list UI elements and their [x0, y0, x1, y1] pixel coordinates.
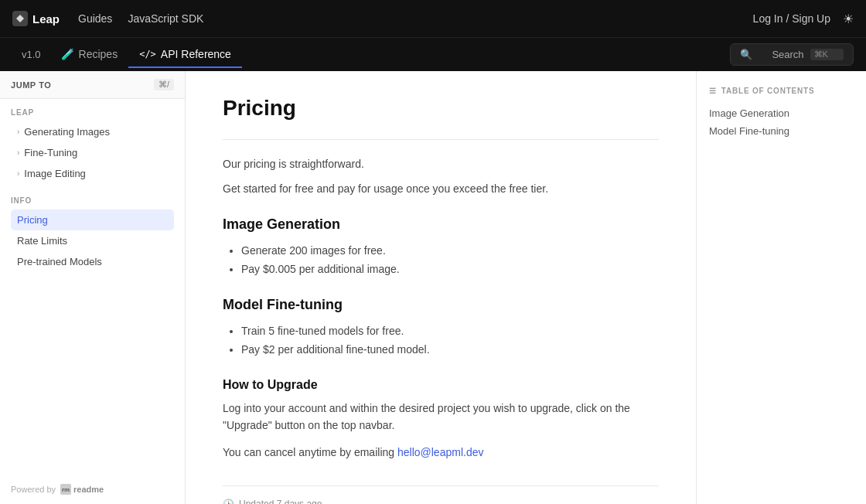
fine-tuning-bullet-2: Pay $2 per additional fine-tuned model. — [241, 341, 659, 359]
sidebar-item-pricing[interactable]: Pricing — [11, 209, 174, 230]
page-title: Pricing — [223, 96, 659, 121]
toc-item-model-fine-tuning[interactable]: Model Fine-tuning — [709, 122, 854, 140]
search-box[interactable]: 🔍 Search ⌘K — [730, 43, 854, 66]
main-content: Pricing Our pricing is straightforward. … — [186, 71, 696, 504]
chevron-icon: › — [17, 148, 19, 157]
intro-text-2: Get started for free and pay for usage o… — [223, 180, 659, 197]
toc-header-label: TABLE OF CONTENTS — [721, 87, 815, 95]
image-gen-bullet-2: Pay $0.005 per additional image. — [241, 261, 659, 279]
sidebar-item-label: Pricing — [17, 214, 48, 226]
js-sdk-link[interactable]: JavaScript SDK — [128, 12, 203, 25]
toc-list-icon: ☰ — [709, 87, 717, 95]
powered-by: Powered by rm readme — [0, 475, 185, 504]
upgrade-text: Log into your account and within the des… — [223, 400, 659, 434]
cancel-text-prefix: You can cancel anytime by emailing — [223, 446, 397, 458]
toc-item-image-generation[interactable]: Image Generation — [709, 104, 854, 122]
leap-logo-icon — [12, 11, 28, 26]
toc-panel: ☰ TABLE OF CONTENTS Image Generation Mod… — [696, 71, 866, 504]
top-nav-right: Log In / Sign Up ☀ — [753, 12, 854, 26]
clock-icon: 🕒 — [223, 499, 234, 504]
top-nav: Leap Guides JavaScript SDK Log In / Sign… — [0, 0, 866, 37]
recipes-icon: 🧪 — [61, 48, 74, 60]
api-reference-label: API Reference — [161, 48, 231, 60]
jump-to-kbd: ⌘/ — [154, 79, 174, 90]
readme-logo-icon: rm — [60, 484, 71, 495]
upgrade-heading: How to Upgrade — [223, 378, 659, 392]
toc-header: ☰ TABLE OF CONTENTS — [709, 87, 854, 95]
api-reference-tab[interactable]: </> API Reference — [128, 42, 242, 68]
sidebar: JUMP TO ⌘/ LEAP › Generating Images › Fi… — [0, 71, 186, 504]
sidebar-item-label: Generating Images — [24, 126, 110, 138]
fine-tuning-list: Train 5 fine-tuned models for free. Pay … — [241, 322, 659, 359]
sidebar-item-rate-limits[interactable]: Rate Limits — [11, 230, 174, 251]
sidebar-item-image-editing[interactable]: › Image Editing — [11, 163, 174, 184]
leap-section-label: LEAP — [11, 108, 174, 117]
cancel-text: You can cancel anytime by emailing hello… — [223, 444, 659, 461]
cancel-email-link[interactable]: hello@leapml.dev — [397, 446, 484, 458]
sidebar-item-generating-images[interactable]: › Generating Images — [11, 121, 174, 142]
sidebar-item-label: Fine-Tuning — [24, 147, 77, 158]
version-label: v1.0 — [12, 43, 50, 66]
jump-to-label: JUMP TO — [11, 80, 51, 90]
sub-nav: v1.0 🧪 Recipes </> API Reference 🔍 Searc… — [0, 37, 866, 71]
layout: JUMP TO ⌘/ LEAP › Generating Images › Fi… — [0, 71, 866, 504]
api-icon: </> — [139, 49, 156, 60]
search-icon: 🔍 — [740, 49, 765, 60]
auth-link[interactable]: Log In / Sign Up — [753, 12, 830, 25]
readme-logo: rm readme — [60, 484, 104, 495]
sidebar-item-label: Image Editing — [24, 168, 86, 179]
updated-row: 🕒 Updated 7 days ago — [223, 485, 659, 504]
intro-text-1: Our pricing is straightforward. — [223, 155, 659, 172]
image-gen-bullet-1: Generate 200 images for free. — [241, 242, 659, 261]
powered-by-label: Powered by — [11, 485, 56, 494]
divider — [223, 139, 659, 140]
search-kbd: ⌘K — [810, 49, 844, 60]
sidebar-section-leap: LEAP › Generating Images › Fine-Tuning ›… — [0, 99, 185, 187]
sidebar-section-info: INFO Pricing Rate Limits Pre-trained Mod… — [0, 187, 185, 275]
sidebar-item-fine-tuning[interactable]: › Fine-Tuning — [11, 142, 174, 163]
updated-text: Updated 7 days ago — [239, 499, 322, 504]
fine-tuning-heading: Model Fine-tuning — [223, 297, 659, 313]
logo-text: Leap — [32, 12, 60, 26]
svg-text:rm: rm — [62, 486, 70, 493]
sidebar-item-label: Rate Limits — [17, 235, 67, 247]
top-nav-links: Guides JavaScript SDK — [78, 12, 203, 25]
logo[interactable]: Leap — [12, 11, 60, 26]
readme-label: readme — [73, 485, 104, 494]
recipes-label: Recipes — [79, 48, 118, 60]
sub-nav-right: 🔍 Search ⌘K — [730, 43, 854, 66]
guides-link[interactable]: Guides — [78, 12, 112, 25]
chevron-icon: › — [17, 169, 19, 178]
theme-toggle[interactable]: ☀ — [843, 12, 854, 26]
chevron-icon: › — [17, 128, 19, 136]
search-placeholder: Search — [772, 49, 803, 60]
image-generation-heading: Image Generation — [223, 216, 659, 233]
info-section-label: INFO — [11, 196, 174, 205]
recipes-tab[interactable]: 🧪 Recipes — [50, 42, 129, 68]
sidebar-item-label: Pre-trained Models — [17, 256, 102, 267]
jump-to-bar[interactable]: JUMP TO ⌘/ — [0, 71, 185, 99]
image-gen-list: Generate 200 images for free. Pay $0.005… — [241, 242, 659, 279]
sidebar-item-pretrained-models[interactable]: Pre-trained Models — [11, 251, 174, 272]
fine-tuning-bullet-1: Train 5 fine-tuned models for free. — [241, 322, 659, 341]
